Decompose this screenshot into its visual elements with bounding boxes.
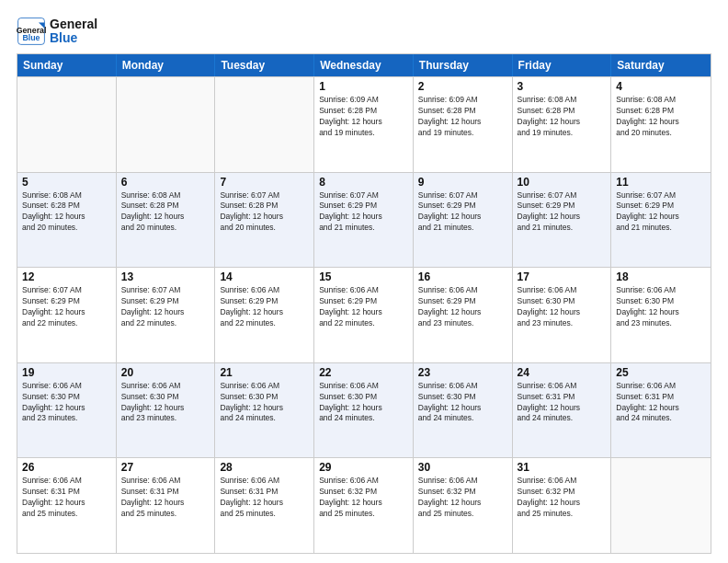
- cal-week-2: 5Sunrise: 6:08 AM Sunset: 6:28 PM Daylig…: [17, 172, 711, 268]
- cell-date-24: 24: [518, 366, 607, 379]
- cal-cell-28: 28Sunrise: 6:06 AM Sunset: 6:31 PM Dayli…: [215, 458, 314, 553]
- svg-text:Blue: Blue: [22, 33, 40, 42]
- cal-header-sunday: Sunday: [17, 54, 117, 76]
- cell-date-15: 15: [319, 270, 408, 283]
- cal-cell-25: 25Sunrise: 6:06 AM Sunset: 6:31 PM Dayli…: [611, 363, 711, 458]
- cell-date-21: 21: [220, 366, 309, 379]
- cell-info-26: Sunrise: 6:06 AM Sunset: 6:31 PM Dayligh…: [22, 476, 111, 520]
- calendar-header: SundayMondayTuesdayWednesdayThursdayFrid…: [17, 54, 711, 76]
- cal-week-4: 19Sunrise: 6:06 AM Sunset: 6:30 PM Dayli…: [17, 362, 711, 458]
- cal-cell-18: 18Sunrise: 6:06 AM Sunset: 6:30 PM Dayli…: [611, 268, 711, 362]
- cal-cell-13: 13Sunrise: 6:07 AM Sunset: 6:29 PM Dayli…: [117, 268, 216, 362]
- cell-date-20: 20: [121, 366, 210, 379]
- cell-info-17: Sunrise: 6:06 AM Sunset: 6:30 PM Dayligh…: [518, 285, 607, 329]
- cal-cell-26: 26Sunrise: 6:06 AM Sunset: 6:31 PM Dayli…: [17, 458, 117, 553]
- cal-cell-24: 24Sunrise: 6:06 AM Sunset: 6:31 PM Dayli…: [513, 363, 612, 458]
- cell-info-30: Sunrise: 6:06 AM Sunset: 6:32 PM Dayligh…: [418, 476, 507, 520]
- cell-info-18: Sunrise: 6:06 AM Sunset: 6:30 PM Dayligh…: [616, 285, 706, 329]
- cell-info-25: Sunrise: 6:06 AM Sunset: 6:31 PM Dayligh…: [616, 381, 706, 425]
- cell-date-9: 9: [418, 176, 507, 189]
- cell-info-16: Sunrise: 6:06 AM Sunset: 6:29 PM Dayligh…: [418, 285, 507, 329]
- cell-date-23: 23: [418, 366, 507, 379]
- cal-cell-14: 14Sunrise: 6:06 AM Sunset: 6:29 PM Dayli…: [215, 268, 314, 362]
- cell-info-22: Sunrise: 6:06 AM Sunset: 6:30 PM Dayligh…: [319, 381, 408, 425]
- cal-cell-2: 2Sunrise: 6:09 AM Sunset: 6:28 PM Daylig…: [414, 77, 513, 172]
- cell-date-14: 14: [220, 270, 309, 283]
- cell-date-19: 19: [22, 366, 111, 379]
- cell-info-6: Sunrise: 6:08 AM Sunset: 6:28 PM Dayligh…: [121, 190, 210, 235]
- cell-info-27: Sunrise: 6:06 AM Sunset: 6:31 PM Dayligh…: [121, 476, 210, 520]
- cal-cell-3: 3Sunrise: 6:08 AM Sunset: 6:28 PM Daylig…: [513, 77, 612, 172]
- cell-date-11: 11: [616, 176, 706, 189]
- cell-info-31: Sunrise: 6:06 AM Sunset: 6:32 PM Dayligh…: [518, 476, 607, 520]
- page: General Blue GeneralBlue SundayMondayTue…: [0, 0, 728, 563]
- cell-info-9: Sunrise: 6:07 AM Sunset: 6:29 PM Dayligh…: [418, 190, 507, 235]
- cell-date-12: 12: [22, 270, 111, 283]
- cell-info-15: Sunrise: 6:06 AM Sunset: 6:29 PM Dayligh…: [319, 285, 408, 329]
- cell-date-30: 30: [418, 461, 507, 474]
- cal-header-monday: Monday: [117, 54, 216, 76]
- cell-date-10: 10: [518, 176, 607, 189]
- cal-cell-5: 5Sunrise: 6:08 AM Sunset: 6:28 PM Daylig…: [17, 173, 117, 268]
- cell-info-4: Sunrise: 6:08 AM Sunset: 6:28 PM Dayligh…: [616, 95, 706, 139]
- cal-cell-27: 27Sunrise: 6:06 AM Sunset: 6:31 PM Dayli…: [117, 458, 216, 553]
- header: General Blue GeneralBlue: [17, 17, 711, 46]
- cal-cell-15: 15Sunrise: 6:06 AM Sunset: 6:29 PM Dayli…: [314, 268, 414, 362]
- cell-info-8: Sunrise: 6:07 AM Sunset: 6:29 PM Dayligh…: [319, 190, 408, 235]
- cell-info-20: Sunrise: 6:06 AM Sunset: 6:30 PM Dayligh…: [121, 381, 210, 425]
- cal-header-friday: Friday: [513, 54, 612, 76]
- cell-info-29: Sunrise: 6:06 AM Sunset: 6:32 PM Dayligh…: [319, 476, 408, 520]
- cal-cell-21: 21Sunrise: 6:06 AM Sunset: 6:30 PM Dayli…: [215, 363, 314, 458]
- cal-cell-12: 12Sunrise: 6:07 AM Sunset: 6:29 PM Dayli…: [17, 268, 117, 362]
- cell-info-7: Sunrise: 6:07 AM Sunset: 6:28 PM Dayligh…: [220, 190, 309, 235]
- calendar-body: 1Sunrise: 6:09 AM Sunset: 6:28 PM Daylig…: [17, 76, 711, 553]
- cal-cell-19: 19Sunrise: 6:06 AM Sunset: 6:30 PM Dayli…: [17, 363, 117, 458]
- cal-week-3: 12Sunrise: 6:07 AM Sunset: 6:29 PM Dayli…: [17, 267, 711, 362]
- cell-date-27: 27: [121, 461, 210, 474]
- cal-header-wednesday: Wednesday: [314, 54, 414, 76]
- cal-cell-6: 6Sunrise: 6:08 AM Sunset: 6:28 PM Daylig…: [117, 173, 216, 268]
- cell-info-21: Sunrise: 6:06 AM Sunset: 6:30 PM Dayligh…: [220, 381, 309, 425]
- cell-info-5: Sunrise: 6:08 AM Sunset: 6:28 PM Dayligh…: [22, 190, 111, 235]
- cal-cell-20: 20Sunrise: 6:06 AM Sunset: 6:30 PM Dayli…: [117, 363, 216, 458]
- cal-week-5: 26Sunrise: 6:06 AM Sunset: 6:31 PM Dayli…: [17, 457, 711, 553]
- calendar: SundayMondayTuesdayWednesdayThursdayFrid…: [17, 53, 711, 554]
- cal-cell-30: 30Sunrise: 6:06 AM Sunset: 6:32 PM Dayli…: [414, 458, 513, 553]
- cell-info-28: Sunrise: 6:06 AM Sunset: 6:31 PM Dayligh…: [220, 476, 309, 520]
- cal-header-tuesday: Tuesday: [215, 54, 314, 76]
- cell-info-24: Sunrise: 6:06 AM Sunset: 6:31 PM Dayligh…: [518, 381, 607, 425]
- cal-cell-11: 11Sunrise: 6:07 AM Sunset: 6:29 PM Dayli…: [611, 173, 711, 268]
- cal-cell-9: 9Sunrise: 6:07 AM Sunset: 6:29 PM Daylig…: [414, 173, 513, 268]
- cell-date-8: 8: [319, 176, 408, 189]
- cal-cell-4: 4Sunrise: 6:08 AM Sunset: 6:28 PM Daylig…: [611, 77, 711, 172]
- cell-info-14: Sunrise: 6:06 AM Sunset: 6:29 PM Dayligh…: [220, 285, 309, 329]
- cell-info-3: Sunrise: 6:08 AM Sunset: 6:28 PM Dayligh…: [518, 95, 607, 139]
- cell-date-3: 3: [518, 80, 607, 93]
- cell-date-22: 22: [319, 366, 408, 379]
- cal-cell-10: 10Sunrise: 6:07 AM Sunset: 6:29 PM Dayli…: [513, 173, 612, 268]
- cell-date-26: 26: [22, 461, 111, 474]
- cal-cell-8: 8Sunrise: 6:07 AM Sunset: 6:29 PM Daylig…: [314, 173, 414, 268]
- cal-cell-empty: [611, 458, 711, 553]
- cal-cell-31: 31Sunrise: 6:06 AM Sunset: 6:32 PM Dayli…: [513, 458, 612, 553]
- cal-cell-16: 16Sunrise: 6:06 AM Sunset: 6:29 PM Dayli…: [414, 268, 513, 362]
- cell-date-13: 13: [121, 270, 210, 283]
- cell-info-10: Sunrise: 6:07 AM Sunset: 6:29 PM Dayligh…: [518, 190, 607, 235]
- cal-cell-1: 1Sunrise: 6:09 AM Sunset: 6:28 PM Daylig…: [314, 77, 414, 172]
- logo: General Blue GeneralBlue: [17, 17, 97, 46]
- cell-info-11: Sunrise: 6:07 AM Sunset: 6:29 PM Dayligh…: [616, 190, 706, 235]
- cell-info-13: Sunrise: 6:07 AM Sunset: 6:29 PM Dayligh…: [121, 285, 210, 329]
- cell-date-16: 16: [418, 270, 507, 283]
- cal-cell-empty: [17, 77, 117, 172]
- cell-date-4: 4: [616, 80, 706, 93]
- logo-text: GeneralBlue: [50, 17, 97, 46]
- logo-icon: General Blue: [17, 17, 46, 46]
- cal-header-saturday: Saturday: [611, 54, 711, 76]
- cell-date-29: 29: [319, 461, 408, 474]
- logo-line2: Blue: [50, 31, 97, 45]
- cal-cell-17: 17Sunrise: 6:06 AM Sunset: 6:30 PM Dayli…: [513, 268, 612, 362]
- cal-cell-empty: [117, 77, 216, 172]
- cal-header-thursday: Thursday: [414, 54, 513, 76]
- cal-cell-29: 29Sunrise: 6:06 AM Sunset: 6:32 PM Dayli…: [314, 458, 414, 553]
- cal-week-1: 1Sunrise: 6:09 AM Sunset: 6:28 PM Daylig…: [17, 76, 711, 172]
